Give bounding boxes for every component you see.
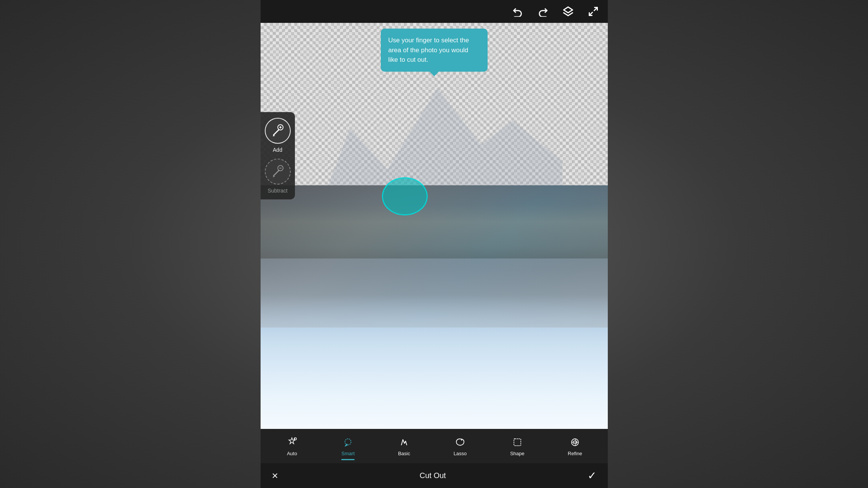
instruction-bubble: Use your finger to select the area of th… <box>381 29 488 72</box>
refine-icon <box>569 436 581 448</box>
tab-basic-label: Basic <box>398 451 410 456</box>
layers-icon <box>563 6 573 17</box>
tab-lasso-label: Lasso <box>454 451 467 456</box>
redo-button[interactable] <box>536 5 550 18</box>
selection-circle <box>382 177 428 215</box>
redo-icon <box>538 6 548 17</box>
tab-refine-label: Refine <box>568 451 582 456</box>
tab-refine[interactable]: Refine <box>563 433 587 459</box>
subtract-tool[interactable]: Subtract <box>264 159 291 194</box>
tool-panel: Add Subtract <box>261 112 295 199</box>
add-tool-label: Add <box>273 147 282 153</box>
tab-smart[interactable]: Smart <box>337 433 359 459</box>
outer-background: Use your finger to select the area of th… <box>0 0 868 488</box>
bottom-actions: × Cut Out ✓ <box>261 463 608 488</box>
svg-marker-0 <box>564 7 572 13</box>
tab-shape-label: Shape <box>510 451 525 456</box>
bottom-tabs: Auto Smart <box>261 429 608 463</box>
app-container: Use your finger to select the area of th… <box>261 0 608 488</box>
action-title: Cut Out <box>420 471 446 480</box>
svg-point-15 <box>345 439 351 445</box>
svg-rect-18 <box>514 439 521 446</box>
undo-icon <box>512 6 523 17</box>
canvas-area[interactable]: Use your finger to select the area of th… <box>261 23 608 429</box>
auto-icon <box>286 436 298 448</box>
tab-shape[interactable]: Shape <box>506 433 529 459</box>
svg-line-10 <box>274 170 279 176</box>
waterfall-overlay <box>261 258 608 429</box>
tab-auto[interactable]: Auto <box>281 433 303 459</box>
add-tool[interactable]: Add <box>264 118 291 153</box>
layers-button[interactable] <box>561 5 575 18</box>
svg-line-6 <box>274 130 279 135</box>
tab-smart-label: Smart <box>341 451 355 456</box>
shape-icon <box>511 436 523 448</box>
subtract-tool-circle <box>265 159 291 185</box>
tab-auto-label: Auto <box>287 451 297 456</box>
cancel-button[interactable]: × <box>272 470 278 482</box>
subtract-tool-label: Subtract <box>267 188 287 194</box>
expand-button[interactable] <box>586 5 600 18</box>
expand-icon <box>588 6 599 17</box>
tab-basic[interactable]: Basic <box>393 433 415 459</box>
subtract-brush-icon <box>271 164 285 179</box>
basic-icon <box>398 436 410 448</box>
add-tool-circle <box>265 118 291 144</box>
add-brush-icon <box>271 124 285 138</box>
confirm-button[interactable]: ✓ <box>588 469 596 482</box>
undo-button[interactable] <box>511 5 525 18</box>
instruction-text: Use your finger to select the area of th… <box>388 37 469 63</box>
smart-icon <box>342 436 354 448</box>
tab-lasso[interactable]: Lasso <box>449 433 472 459</box>
top-toolbar <box>261 0 608 23</box>
lasso-icon <box>454 436 466 448</box>
